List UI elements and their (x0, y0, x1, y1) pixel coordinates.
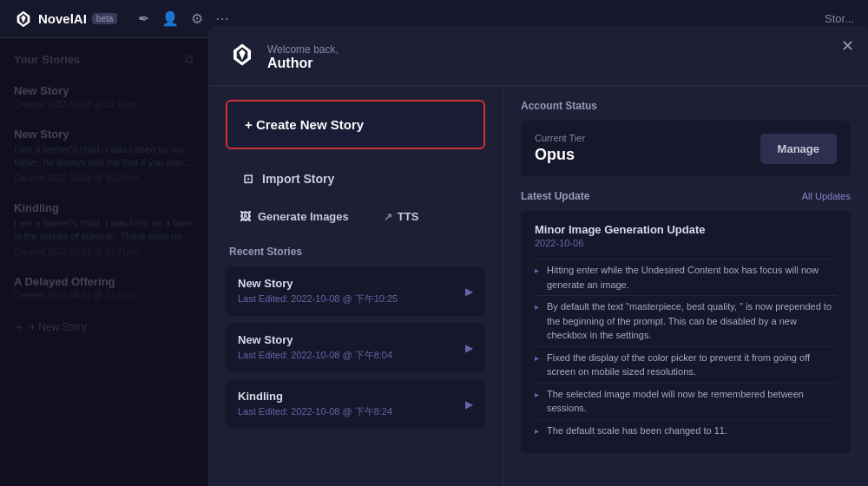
recent-story-3[interactable]: Kindling Last Edited: 2022-10-08 @ 下午8:2… (226, 379, 485, 429)
recent-story-title: Kindling (238, 390, 392, 403)
tts-label: TTS (398, 210, 419, 223)
quill-icon[interactable]: ✒ (138, 10, 149, 27)
chevron-right-icon: ▶ (465, 286, 473, 298)
modal-left-panel: + Create New Story ⊡ Import Story 🖼 Gene… (208, 86, 503, 486)
modal-body: + Create New Story ⊡ Import Story 🖼 Gene… (208, 86, 868, 486)
generate-images-button[interactable]: 🖼 Generate Images (226, 201, 363, 232)
recent-stories-label: Recent Stories (226, 246, 485, 258)
tts-button[interactable]: ↗ TTS (372, 201, 431, 232)
generate-images-label: Generate Images (258, 210, 349, 223)
modal-header: Welcome back, Author (208, 26, 868, 86)
update-item-5: The default scale has been changed to 11… (535, 419, 837, 442)
gear-icon[interactable]: ⚙ (191, 10, 203, 27)
brand-name: NovelAI (38, 11, 87, 26)
update-box: Minor Image Generation Update 2022-10-06… (521, 211, 851, 453)
update-item-4: The selected image model will now be rem… (535, 383, 837, 419)
update-title: Minor Image Generation Update (535, 223, 837, 236)
tier-name: Opus (535, 146, 585, 164)
modal-welcome-sub: Welcome back, (267, 43, 339, 56)
novelai-logo-icon (14, 10, 33, 29)
beta-badge: beta (92, 13, 117, 24)
recent-story-info: New Story Last Edited: 2022-10-08 @ 下午10… (238, 277, 398, 305)
tier-box: Current Tier Opus Manage (521, 121, 851, 176)
tier-label: Current Tier (535, 133, 585, 143)
modal-close-button[interactable]: ✕ (841, 38, 854, 54)
chevron-right-icon: ▶ (465, 342, 473, 354)
external-link-icon: ↗ (384, 211, 392, 223)
recent-story-info: Kindling Last Edited: 2022-10-08 @ 下午8:2… (238, 390, 392, 418)
person-icon[interactable]: 👤 (161, 10, 179, 27)
recent-story-title: New Story (238, 333, 392, 346)
recent-story-date: Last Edited: 2022-10-08 @ 下午8:24 (238, 405, 392, 418)
recent-story-2[interactable]: New Story Last Edited: 2022-10-08 @ 下午8:… (226, 323, 485, 372)
update-item-3: Fixed the display of the color picker to… (535, 346, 837, 383)
chevron-right-icon: ▶ (465, 398, 473, 410)
all-updates-link[interactable]: All Updates (802, 191, 851, 201)
update-item-1: Hitting enter while the Undesired Conten… (535, 259, 837, 295)
update-item-2: By default the text "masterpiece, best q… (535, 295, 837, 346)
recent-story-title: New Story (238, 277, 398, 290)
recent-story-date: Last Edited: 2022-10-08 @ 下午8:04 (238, 349, 392, 362)
recent-story-date: Last Edited: 2022-10-08 @ 下午10:25 (238, 292, 398, 305)
update-date: 2022-10-06 (535, 238, 837, 248)
import-icon: ⊡ (243, 172, 253, 186)
import-story-label: Import Story (262, 172, 334, 186)
import-story-button[interactable]: ⊡ Import Story (226, 160, 485, 198)
latest-update-label: Latest Update (521, 190, 589, 202)
recent-story-1[interactable]: New Story Last Edited: 2022-10-08 @ 下午10… (226, 266, 485, 316)
more-icon[interactable]: ⋯ (215, 10, 229, 27)
brand-logo[interactable]: NovelAI beta (14, 10, 117, 29)
tier-info: Current Tier Opus (535, 133, 585, 164)
generate-tts-row: 🖼 Generate Images ↗ TTS (226, 201, 485, 232)
image-icon: 🖼 (240, 210, 251, 223)
topnav-icons: ✒ 👤 ⚙ ⋯ (138, 10, 229, 27)
modal-welcome-name: Author (267, 56, 339, 71)
topnav-stories[interactable]: Stor... (825, 12, 854, 25)
modal: ✕ Welcome back, Author + Create New Stor… (208, 26, 868, 486)
modal-logo-icon (229, 42, 255, 73)
manage-button[interactable]: Manage (760, 134, 837, 164)
modal-welcome: Welcome back, Author (267, 43, 339, 71)
update-list: Hitting enter while the Undesired Conten… (535, 259, 837, 441)
modal-right-panel: Account Status Current Tier Opus Manage … (503, 86, 868, 486)
recent-story-info: New Story Last Edited: 2022-10-08 @ 下午8:… (238, 333, 392, 362)
latest-update-header: Latest Update All Updates (521, 190, 851, 202)
novelai-modal-icon (229, 42, 255, 68)
create-new-story-button[interactable]: + Create New Story (226, 100, 485, 149)
account-status-label: Account Status (521, 100, 851, 112)
